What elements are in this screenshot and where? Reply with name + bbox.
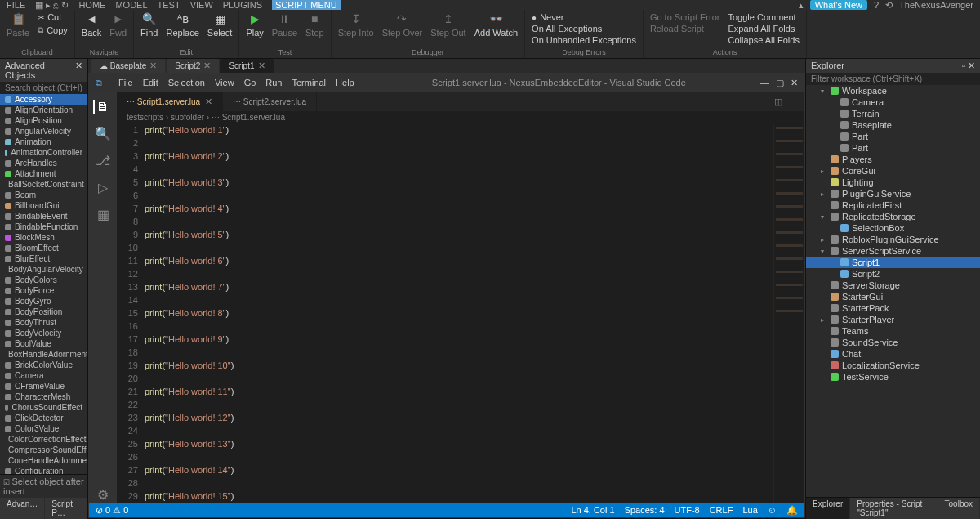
explorer-dock-icon[interactable]: ▫ xyxy=(962,60,965,70)
expandfolds-button[interactable]: Expand All Folds xyxy=(728,23,799,34)
code-line-29[interactable]: print("Hello world! 15") xyxy=(145,490,773,503)
code-line-28[interactable] xyxy=(145,476,773,490)
whats-new-button[interactable]: What's New xyxy=(810,0,867,10)
tree-localizationservice[interactable]: LocalizationService xyxy=(806,360,980,371)
tree-serverstorage[interactable]: ServerStorage xyxy=(806,280,980,291)
more-icon[interactable]: ⋯ xyxy=(789,96,798,107)
code-line-4[interactable] xyxy=(145,163,773,176)
advobj-item-ballsocketconstraint[interactable]: BallSocketConstraint xyxy=(0,179,87,190)
advobj-item-blureffect[interactable]: BlurEffect xyxy=(0,253,87,264)
advobj-item-bodygyro[interactable]: BodyGyro xyxy=(0,296,87,306)
activity-search-icon[interactable]: 🔍 xyxy=(95,126,111,141)
code-line-18[interactable] xyxy=(145,346,773,359)
advobj-item-clickdetector[interactable]: ClickDetector xyxy=(0,413,87,423)
tree-teams[interactable]: Teams xyxy=(806,325,980,337)
advobj-item-cframevalue[interactable]: CFrameValue xyxy=(0,381,87,391)
tree-players[interactable]: Players xyxy=(806,154,980,165)
status-encoding[interactable]: UTF-8 xyxy=(675,505,700,515)
rbxtab-script2[interactable]: Script2 ✕ xyxy=(167,59,219,73)
collapsefolds-button[interactable]: Collapse All Folds xyxy=(728,34,799,46)
stepinto-button[interactable]: ↧Step Into xyxy=(338,11,374,38)
advobj-item-alignorientation[interactable]: AlignOrientation xyxy=(0,105,87,115)
advobj-item-bodyvelocity[interactable]: BodyVelocity xyxy=(0,328,87,338)
tree-starterpack[interactable]: StarterPack xyxy=(806,302,980,314)
status-lang[interactable]: Lua xyxy=(742,505,757,515)
activity-account-icon[interactable]: ⚙ xyxy=(97,487,109,503)
advobj-item-boxhandleadornment[interactable]: BoxHandleAdornment xyxy=(0,349,87,360)
share-icon[interactable]: ⟲ xyxy=(885,0,893,11)
advobj-item-bodyangularvelocity[interactable]: BodyAngularVelocity xyxy=(0,264,87,275)
code-line-12[interactable] xyxy=(145,267,773,280)
code-line-8[interactable] xyxy=(145,215,773,228)
advobj-item-bodythrust[interactable]: BodyThrust xyxy=(0,317,87,328)
vscmenu-help[interactable]: Help xyxy=(336,78,354,87)
advobj-item-configuration[interactable]: Configuration xyxy=(0,466,87,474)
activity-debug-icon[interactable]: ▷ xyxy=(98,180,108,195)
stepout-button[interactable]: ↥Step Out xyxy=(430,11,466,38)
advobj-item-animationcontroller[interactable]: AnimationController xyxy=(0,147,87,158)
code-line-3[interactable]: print("Hello world! 2") xyxy=(145,150,773,163)
status-bell-icon[interactable]: 🔔 xyxy=(786,505,798,516)
advtab-scriptperf[interactable]: Script P… xyxy=(45,498,87,519)
tree-part[interactable]: Part xyxy=(806,142,980,154)
code-line-23[interactable]: print("Hello world! 12") xyxy=(145,411,773,424)
advobj-item-chorussoundeffect[interactable]: ChorusSoundEffect xyxy=(0,402,87,413)
code-line-1[interactable]: print("Hello world! 1") xyxy=(145,123,773,136)
code-line-11[interactable]: print("Hello world! 6") xyxy=(145,254,773,267)
object-search-input[interactable]: Search object (Ctrl+I) xyxy=(0,82,87,94)
pause-button[interactable]: ⏸Pause xyxy=(272,11,297,38)
vscmenu-run[interactable]: Run xyxy=(265,78,282,87)
code-line-13[interactable]: print("Hello world! 7") xyxy=(145,280,773,293)
advobj-item-charactermesh[interactable]: CharacterMesh xyxy=(0,391,87,402)
find-button[interactable]: 🔍Find xyxy=(140,11,158,38)
replace-button[interactable]: ᴬʙReplace xyxy=(166,11,198,38)
addwatch-button[interactable]: 👓Add Watch xyxy=(474,11,518,38)
tree-replicatedfirst[interactable]: ReplicatedFirst xyxy=(806,199,980,211)
tree-script1[interactable]: Script1 xyxy=(806,257,980,268)
tree-part[interactable]: Part xyxy=(806,131,980,142)
menu-view[interactable]: VIEW xyxy=(190,0,213,10)
advobj-item-bindablefunction[interactable]: BindableFunction xyxy=(0,221,87,232)
advobj-item-alignposition[interactable]: AlignPosition xyxy=(0,115,87,126)
advobj-item-archandles[interactable]: ArcHandles xyxy=(0,158,87,168)
code-line-5[interactable]: print("Hello world! 3") xyxy=(145,176,773,189)
code-line-6[interactable] xyxy=(145,189,773,202)
status-spaces[interactable]: Spaces: 4 xyxy=(625,505,665,515)
tree-selectionbox[interactable]: SelectionBox xyxy=(806,222,980,234)
menu-model[interactable]: MODEL xyxy=(115,0,147,10)
stop-button[interactable]: ■Stop xyxy=(305,11,324,38)
play-button[interactable]: ▶Play xyxy=(246,11,263,38)
edtab-Script2.server.lua[interactable]: ⋯ Script2.server.lua xyxy=(223,92,317,111)
tree-testservice[interactable]: TestService xyxy=(806,371,980,383)
advobj-item-boolvalue[interactable]: BoolValue xyxy=(0,338,87,349)
advobj-item-accessory[interactable]: Accessory xyxy=(0,94,87,105)
menu-file[interactable]: FILE xyxy=(7,0,25,10)
select-after-insert[interactable]: ☑ Select object after insert xyxy=(0,474,87,498)
split-icon[interactable]: ◫ xyxy=(774,96,782,107)
vscmenu-go[interactable]: Go xyxy=(244,78,256,87)
vscmenu-selection[interactable]: Selection xyxy=(168,78,205,87)
rtab-0[interactable]: Explorer xyxy=(806,498,849,519)
cut-button[interactable]: ✂ Cut xyxy=(38,11,68,23)
maximize-icon[interactable]: ▢ xyxy=(776,78,784,88)
code-line-20[interactable] xyxy=(145,372,773,385)
code-line-10[interactable] xyxy=(145,241,773,254)
menu-plugins[interactable]: PLUGINS xyxy=(223,0,262,10)
tree-pluginguiservice[interactable]: ▸PluginGuiService xyxy=(806,188,980,199)
menu-test[interactable]: TEST xyxy=(158,0,180,10)
code-line-14[interactable] xyxy=(145,293,773,306)
fwd-button[interactable]: ►Fwd xyxy=(109,11,127,38)
rtab-1[interactable]: Properties - Script "Script1" xyxy=(850,498,937,519)
code-line-22[interactable] xyxy=(145,398,773,411)
advobj-item-angularvelocity[interactable]: AngularVelocity xyxy=(0,126,87,136)
advtab-advanced[interactable]: Advan… xyxy=(0,498,44,519)
paste-button[interactable]: 📋Paste xyxy=(7,11,29,38)
tree-serverscriptservice[interactable]: ▾ServerScriptService xyxy=(806,245,980,257)
status-problems[interactable]: ⊘ 0 ⚠ 0 xyxy=(96,505,128,516)
tree-coregui[interactable]: ▸CoreGui xyxy=(806,165,980,177)
advobj-item-bodycolors[interactable]: BodyColors xyxy=(0,275,87,285)
advobj-item-beam[interactable]: Beam xyxy=(0,190,87,200)
code-line-26[interactable] xyxy=(145,450,773,463)
onall-option[interactable]: On All Exceptions xyxy=(532,23,602,34)
collapse-ribbon-icon[interactable]: ▴ xyxy=(799,0,804,11)
